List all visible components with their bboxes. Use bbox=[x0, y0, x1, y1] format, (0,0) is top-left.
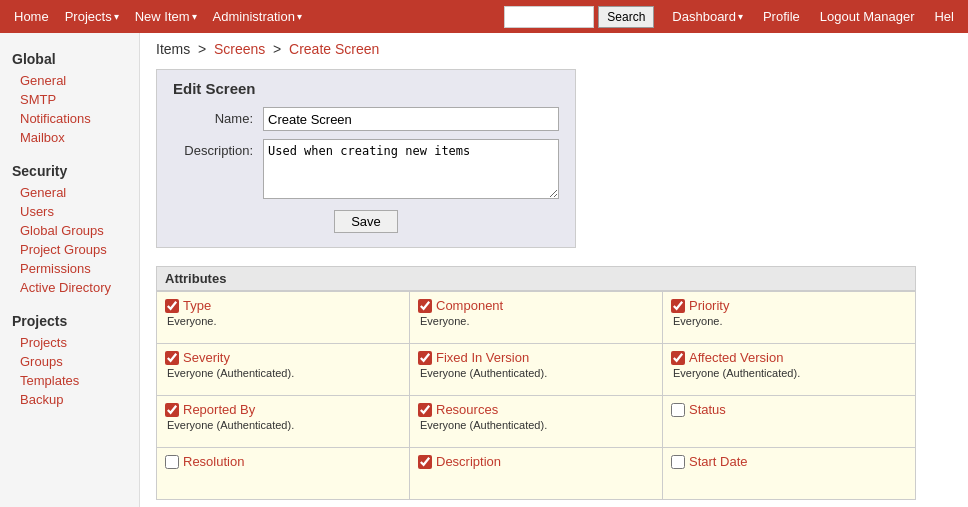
breadcrumb-items: Items bbox=[156, 41, 190, 57]
attr-cell-component: ComponentEveryone. bbox=[410, 292, 663, 344]
attr-checkbox-severity[interactable] bbox=[165, 351, 179, 365]
attr-desc-affected-version: Everyone (Authenticated). bbox=[671, 367, 907, 379]
name-label: Name: bbox=[173, 107, 263, 126]
nav-profile[interactable]: Profile bbox=[757, 5, 806, 28]
attr-cell-start-date: Start Date bbox=[663, 448, 916, 500]
attributes-section: Attributes TypeEveryone.ComponentEveryon… bbox=[156, 266, 916, 500]
attr-desc-resources: Everyone (Authenticated). bbox=[418, 419, 654, 431]
breadcrumb-screens-link[interactable]: Screens bbox=[214, 41, 265, 57]
attr-cell-status: Status bbox=[663, 396, 916, 448]
sidebar-item-smtp[interactable]: SMTP bbox=[0, 90, 139, 109]
search-area: Search bbox=[504, 6, 654, 28]
breadcrumb-current: Create Screen bbox=[289, 41, 379, 57]
breadcrumb: Items > Screens > Create Screen bbox=[156, 41, 952, 57]
sidebar-item-templates[interactable]: Templates bbox=[0, 371, 139, 390]
search-button[interactable]: Search bbox=[598, 6, 654, 28]
attr-desc-fixed-in-version: Everyone (Authenticated). bbox=[418, 367, 654, 379]
attributes-title: Attributes bbox=[156, 266, 916, 291]
sidebar-item-projects[interactable]: Projects bbox=[0, 333, 139, 352]
edit-screen-title: Edit Screen bbox=[173, 80, 559, 97]
attr-desc-priority: Everyone. bbox=[671, 315, 907, 327]
search-input[interactable] bbox=[504, 6, 594, 28]
attr-checkbox-affected-version[interactable] bbox=[671, 351, 685, 365]
description-input-wrapper bbox=[263, 139, 559, 202]
sidebar-item-general-security[interactable]: General bbox=[0, 183, 139, 202]
attr-checkbox-component[interactable] bbox=[418, 299, 432, 313]
attr-checkbox-priority[interactable] bbox=[671, 299, 685, 313]
attr-checkbox-description[interactable] bbox=[418, 455, 432, 469]
nav-home[interactable]: Home bbox=[8, 5, 55, 28]
attr-checkbox-start-date[interactable] bbox=[671, 455, 685, 469]
attr-cell-severity: SeverityEveryone (Authenticated). bbox=[157, 344, 410, 396]
attr-link-resolution[interactable]: Resolution bbox=[183, 454, 244, 469]
description-row: Description: bbox=[173, 139, 559, 202]
attr-link-status[interactable]: Status bbox=[689, 402, 726, 417]
attr-checkbox-fixed-in-version[interactable] bbox=[418, 351, 432, 365]
attr-link-description[interactable]: Description bbox=[436, 454, 501, 469]
nav-logout[interactable]: Logout Manager bbox=[814, 5, 921, 28]
description-label: Description: bbox=[173, 139, 263, 158]
sidebar-security-title: Security bbox=[0, 155, 139, 183]
attr-link-severity[interactable]: Severity bbox=[183, 350, 230, 365]
attr-desc-reported-by: Everyone (Authenticated). bbox=[165, 419, 401, 431]
top-navigation: Home Projects New Item Administration Se… bbox=[0, 0, 968, 33]
attr-checkbox-type[interactable] bbox=[165, 299, 179, 313]
sidebar-item-users[interactable]: Users bbox=[0, 202, 139, 221]
sidebar-item-backup[interactable]: Backup bbox=[0, 390, 139, 409]
nav-dashboard[interactable]: Dashboard bbox=[666, 5, 749, 28]
attr-checkbox-reported-by[interactable] bbox=[165, 403, 179, 417]
attributes-grid: TypeEveryone.ComponentEveryone.PriorityE… bbox=[156, 291, 916, 500]
sidebar-projects-title: Projects bbox=[0, 305, 139, 333]
name-row: Name: bbox=[173, 107, 559, 131]
attr-link-component[interactable]: Component bbox=[436, 298, 503, 313]
attr-cell-resources: ResourcesEveryone (Authenticated). bbox=[410, 396, 663, 448]
edit-screen-form: Edit Screen Name: Description: Save bbox=[156, 69, 576, 248]
sidebar: Global General SMTP Notifications Mailbo… bbox=[0, 33, 140, 507]
attr-cell-description: Description bbox=[410, 448, 663, 500]
attr-link-fixed-in-version[interactable]: Fixed In Version bbox=[436, 350, 529, 365]
nav-help[interactable]: Hel bbox=[928, 5, 960, 28]
sidebar-item-groups[interactable]: Groups bbox=[0, 352, 139, 371]
name-input[interactable] bbox=[263, 107, 559, 131]
sidebar-item-global-groups[interactable]: Global Groups bbox=[0, 221, 139, 240]
attr-link-reported-by[interactable]: Reported By bbox=[183, 402, 255, 417]
attr-link-type[interactable]: Type bbox=[183, 298, 211, 313]
name-input-wrapper bbox=[263, 107, 559, 131]
sidebar-item-project-groups[interactable]: Project Groups bbox=[0, 240, 139, 259]
save-button[interactable]: Save bbox=[334, 210, 398, 233]
attr-cell-affected-version: Affected VersionEveryone (Authenticated)… bbox=[663, 344, 916, 396]
nav-projects[interactable]: Projects bbox=[59, 5, 125, 28]
attr-desc-severity: Everyone (Authenticated). bbox=[165, 367, 401, 379]
sidebar-item-mailbox[interactable]: Mailbox bbox=[0, 128, 139, 147]
main-content: Items > Screens > Create Screen Edit Scr… bbox=[140, 33, 968, 507]
attr-link-affected-version[interactable]: Affected Version bbox=[689, 350, 783, 365]
attr-cell-reported-by: Reported ByEveryone (Authenticated). bbox=[157, 396, 410, 448]
attr-checkbox-status[interactable] bbox=[671, 403, 685, 417]
attr-checkbox-resolution[interactable] bbox=[165, 455, 179, 469]
attr-cell-type: TypeEveryone. bbox=[157, 292, 410, 344]
description-textarea[interactable] bbox=[263, 139, 559, 199]
sidebar-item-notifications[interactable]: Notifications bbox=[0, 109, 139, 128]
nav-new-item[interactable]: New Item bbox=[129, 5, 203, 28]
sidebar-item-permissions[interactable]: Permissions bbox=[0, 259, 139, 278]
attr-desc-component: Everyone. bbox=[418, 315, 654, 327]
attr-cell-resolution: Resolution bbox=[157, 448, 410, 500]
attr-link-priority[interactable]: Priority bbox=[689, 298, 729, 313]
sidebar-global-title: Global bbox=[0, 43, 139, 71]
attr-link-resources[interactable]: Resources bbox=[436, 402, 498, 417]
attr-link-start-date[interactable]: Start Date bbox=[689, 454, 748, 469]
nav-administration[interactable]: Administration bbox=[207, 5, 308, 28]
sidebar-item-general-global[interactable]: General bbox=[0, 71, 139, 90]
attr-desc-type: Everyone. bbox=[165, 315, 401, 327]
attr-cell-fixed-in-version: Fixed In VersionEveryone (Authenticated)… bbox=[410, 344, 663, 396]
attr-cell-priority: PriorityEveryone. bbox=[663, 292, 916, 344]
attr-checkbox-resources[interactable] bbox=[418, 403, 432, 417]
sidebar-item-active-directory[interactable]: Active Directory bbox=[0, 278, 139, 297]
